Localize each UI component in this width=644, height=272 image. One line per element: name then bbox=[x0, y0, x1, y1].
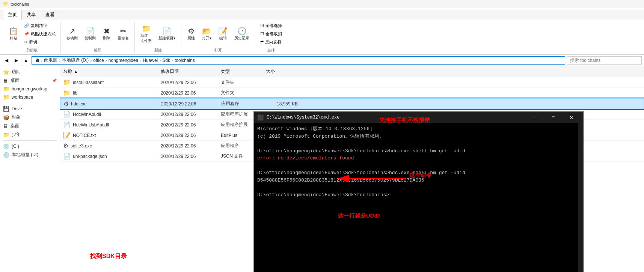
cmd-line: D545088E56F56C002B2088351812X...169B5663… bbox=[257, 177, 575, 184]
file-icon: 📄 bbox=[63, 111, 71, 118]
file-type: 应用程序 bbox=[218, 100, 263, 107]
file-list-header: 名称 ▲ 修改日期 类型 大小 bbox=[60, 66, 644, 77]
new-folder-button[interactable]: 📁 新建文件夹 bbox=[138, 23, 154, 45]
path-part-office[interactable]: office bbox=[93, 58, 104, 63]
cmd-body: Microsoft Windows [版本 10.0.18363.1256](c… bbox=[254, 123, 583, 272]
sidebar-item-desktop2[interactable]: 🖥 桌面 bbox=[0, 122, 60, 130]
invert-icon: ⇄ bbox=[260, 40, 264, 45]
search-input[interactable] bbox=[567, 56, 642, 65]
file-type: 文件夹 bbox=[218, 89, 263, 96]
properties-button[interactable]: ⚙ 属性 bbox=[184, 26, 198, 43]
path-part-drive[interactable]: 本地磁盘 (D:) bbox=[62, 57, 89, 63]
sidebar-item-objects[interactable]: 📦 对象 bbox=[0, 113, 60, 122]
cut-button[interactable]: ✂ 剪切 bbox=[22, 38, 57, 46]
forward-button[interactable]: ▶ bbox=[12, 56, 20, 65]
tab-share[interactable]: 共享 bbox=[22, 10, 41, 20]
back-button[interactable]: ◀ bbox=[2, 56, 11, 65]
sidebar-item-drive[interactable]: 💾 Drive bbox=[0, 105, 60, 113]
copy-to-label: 复制到 bbox=[84, 36, 96, 41]
star-icon: ⭐ bbox=[3, 69, 9, 75]
rename-button[interactable]: ✏ 重命名 bbox=[115, 26, 131, 43]
delete-button[interactable]: ✖ 删除 bbox=[100, 26, 113, 43]
copy-to-button[interactable]: 📄 复制到 bbox=[82, 26, 98, 43]
cmd-title-bar[interactable]: ⬛ C:\Windows\System32\cmd.exe ─ □ ✕ bbox=[254, 112, 583, 123]
drive-d-icon: 💿 bbox=[3, 152, 9, 158]
invert-label: 反向选择 bbox=[265, 39, 282, 45]
invert-button[interactable]: ⇄ 反向选择 bbox=[258, 38, 284, 46]
pin-icon: 📌 bbox=[52, 78, 57, 83]
sidebar-item-workspace[interactable]: 📁 workspace bbox=[0, 93, 60, 101]
copy-path-icon: 🔗 bbox=[24, 23, 29, 28]
new-item-button[interactable]: 📄 新建项目▾ bbox=[156, 26, 178, 43]
ribbon-group-open: ⚙ 属性 📂 打开▾ 📝 编辑 🕐 历史记录 打开 bbox=[181, 22, 255, 53]
col-header-type[interactable]: 类型 bbox=[218, 68, 263, 75]
cmd-close-button[interactable]: ✕ bbox=[563, 112, 580, 123]
path-part-pc[interactable]: 此电脑 bbox=[44, 57, 57, 63]
cmd-maximize-button[interactable]: □ bbox=[545, 112, 562, 123]
file-name: lib bbox=[73, 90, 77, 96]
table-row[interactable]: 📁 lib 2020/12/29 22:06 文件夹 bbox=[60, 88, 644, 98]
file-type: 文件夹 bbox=[218, 79, 263, 86]
history-button[interactable]: 🕐 历史记录 bbox=[232, 26, 252, 43]
select-buttons: ☑ 全部选择 ☐ 全部取消 ⇄ 反向选择 bbox=[258, 22, 284, 46]
path-part-sdk[interactable]: Sdk bbox=[162, 58, 170, 63]
delete-label: 删除 bbox=[103, 36, 110, 41]
sidebar-item-desktop[interactable]: 🖥 桌面 📌 bbox=[0, 76, 60, 85]
cmd-scrollbar[interactable] bbox=[578, 123, 583, 272]
col-header-name[interactable]: 名称 ▲ bbox=[60, 68, 158, 75]
sidebar-item-c[interactable]: 💿 (C:) bbox=[0, 142, 60, 150]
file-date: 2020/12/29 22:06 bbox=[158, 80, 218, 86]
copy-path-button[interactable]: 🔗 复制路径 bbox=[22, 22, 57, 30]
deselect-button[interactable]: ☐ 全部取消 bbox=[258, 30, 284, 38]
cmd-line bbox=[257, 162, 575, 170]
cmd-line: D:\office\hongmengidea\Huawei\Sdk\toolch… bbox=[257, 191, 575, 199]
file-date: 2020/12/29 22:06 bbox=[158, 90, 218, 96]
select-all-button[interactable]: ☑ 全部选择 bbox=[258, 22, 284, 30]
col-header-size[interactable]: 大小 bbox=[263, 68, 300, 75]
sidebar: ⭐ 访问 🖥 桌面 📌 📁 hongmengworksp 📁 workspace… bbox=[0, 66, 60, 272]
path-part-hongmeng[interactable]: hongmengidea bbox=[109, 58, 138, 63]
cmd-content[interactable]: Microsoft Windows [版本 10.0.18363.1256](c… bbox=[254, 123, 578, 272]
table-row[interactable]: ⚙ hdc.exe 2020/12/29 22:06 应用程序 18,959 K… bbox=[60, 98, 644, 109]
sidebar-item-youth[interactable]: 📁 少年 bbox=[0, 130, 60, 139]
new-folder-label: 新建文件夹 bbox=[140, 33, 152, 44]
cmd-line bbox=[257, 140, 575, 147]
file-name: HdcWinUsbApi.dll bbox=[73, 122, 109, 128]
sidebar-item-hongmeng[interactable]: 📁 hongmengworksp bbox=[0, 85, 60, 93]
deselect-icon: ☐ bbox=[260, 32, 264, 36]
paste-label: 粘贴 bbox=[10, 36, 17, 41]
path-part-toolchains[interactable]: toolchains bbox=[175, 58, 195, 63]
up-button[interactable]: ▲ bbox=[22, 56, 30, 65]
title-icon: 📁 bbox=[3, 2, 8, 6]
file-name: hdc.exe bbox=[71, 101, 87, 107]
ribbon-tabs: 主页 共享 查看 bbox=[0, 10, 644, 20]
file-date: 2020/12/29 22:06 bbox=[158, 153, 218, 159]
tab-home[interactable]: 主页 bbox=[3, 10, 22, 20]
paste-button[interactable]: 📋 粘贴 bbox=[6, 26, 21, 43]
edit-button[interactable]: 📝 编辑 bbox=[216, 26, 230, 43]
tab-view[interactable]: 查看 bbox=[41, 10, 59, 20]
address-path[interactable]: 🖥 › 此电脑 › 本地磁盘 (D:) › office › hongmengi… bbox=[32, 56, 565, 65]
file-date: 2020/12/29 22:06 bbox=[158, 101, 218, 107]
title-text: toolchains bbox=[11, 2, 29, 6]
file-icon: 📁 bbox=[63, 89, 71, 96]
file-date: 2020/12/29 22:06 bbox=[158, 122, 218, 128]
sidebar-item-d[interactable]: 💿 本地磁盘 (D:) bbox=[0, 150, 60, 159]
move-to-button[interactable]: ↗ 移动到 bbox=[64, 26, 80, 43]
table-row[interactable]: 📁 install-assistant 2020/12/29 22:06 文件夹 bbox=[60, 77, 644, 88]
address-bar: ◀ ▶ ▲ 🖥 › 此电脑 › 本地磁盘 (D:) › office › hon… bbox=[0, 55, 644, 66]
copy-path-label: 复制路径 bbox=[31, 23, 47, 29]
sidebar-label-hongmeng: hongmengworksp bbox=[12, 86, 47, 92]
sidebar-item-access[interactable]: ⭐ 访问 bbox=[0, 68, 60, 76]
paste-shortcut-button[interactable]: 📌 粘贴快捷方式 bbox=[22, 30, 57, 38]
path-part-huawei[interactable]: Huawei bbox=[143, 58, 158, 63]
select-group-label: 选择 bbox=[267, 46, 275, 53]
open-button[interactable]: 📂 打开▾ bbox=[199, 26, 214, 43]
file-date: 2020/12/29 22:06 bbox=[158, 111, 218, 117]
drive-icon: 💾 bbox=[3, 106, 9, 112]
cmd-minimize-button[interactable]: ─ bbox=[527, 112, 544, 123]
delete-icon: ✖ bbox=[104, 27, 110, 35]
col-header-date[interactable]: 修改日期 bbox=[158, 68, 218, 75]
file-name: install-assistant bbox=[73, 80, 104, 85]
cmd-line: (c) 2019 Microsoft Corporation。保留所有权利。 bbox=[257, 133, 575, 140]
